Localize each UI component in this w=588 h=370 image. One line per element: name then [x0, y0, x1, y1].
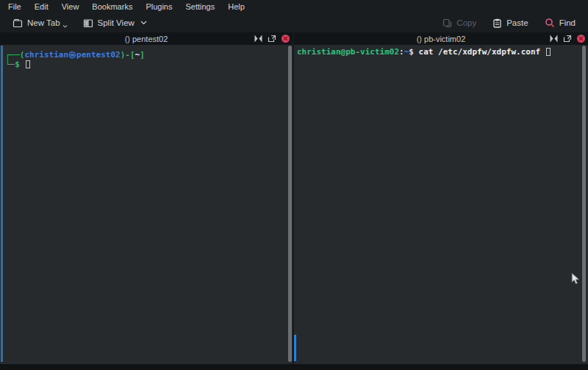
- right-pane-scrollbar[interactable]: [582, 46, 586, 362]
- split-view-icon: [83, 18, 93, 28]
- menu-settings[interactable]: Settings: [179, 0, 221, 13]
- menu-help[interactable]: Help: [221, 0, 251, 13]
- menu-bookmarks[interactable]: Bookmarks: [85, 0, 139, 13]
- copy-button[interactable]: Copy: [437, 16, 481, 30]
- detach-split-icon[interactable]: [563, 35, 572, 43]
- bash-prompt: christian@pb-victim02:~$ cat /etc/xdpfw/…: [297, 47, 551, 57]
- terminal-tab-icon: (): [125, 35, 130, 43]
- pane-pb-victim02-header[interactable]: ()pb-victim02: [294, 32, 588, 45]
- close-split-button[interactable]: [577, 35, 585, 43]
- copy-icon: [442, 18, 452, 28]
- find-label: Find: [559, 18, 576, 27]
- terminal-tab-icon: (): [417, 35, 422, 43]
- new-tab-button[interactable]: New Tab: [7, 16, 75, 30]
- new-tab-label: New Tab: [27, 18, 60, 27]
- toolbar: New Tab Split View: [0, 13, 588, 32]
- detach-split-icon[interactable]: [268, 35, 276, 43]
- pane-pb-victim02-title: ()pb-victim02: [294, 35, 588, 43]
- terminal-cursor: [26, 60, 30, 68]
- terminal-pb-victim02[interactable]: christian@pb-victim02:~$ cat /etc/xdpfw/…: [294, 45, 588, 364]
- left-pane-scrollbar[interactable]: [288, 46, 292, 362]
- paste-label: Paste: [506, 18, 528, 27]
- menu-bar: File Edit View Bookmarks Plugins Setting…: [0, 0, 588, 13]
- menu-view[interactable]: View: [55, 0, 86, 13]
- maximize-split-icon[interactable]: [254, 35, 262, 43]
- copy-label: Copy: [456, 18, 476, 27]
- split-view-label: Split View: [98, 18, 135, 27]
- menu-edit[interactable]: Edit: [28, 0, 55, 13]
- scroll-highlight-bar: [1, 46, 3, 362]
- pane-pentest02: ()pentest02: [0, 32, 293, 364]
- kali-prompt: ┌──(christian㉿pentest02)-[~]└─$: [5, 50, 145, 69]
- pane-pb-victim02: ()pb-victim02: [294, 32, 588, 364]
- scroll-highlight-bar: [294, 335, 296, 361]
- close-split-button[interactable]: [282, 35, 290, 43]
- paste-button[interactable]: Paste: [487, 16, 533, 30]
- window-bottom-edge: [0, 364, 588, 370]
- konsole-window: File Edit View Bookmarks Plugins Setting…: [0, 0, 588, 370]
- pane-pentest02-title: ()pentest02: [0, 35, 293, 43]
- typed-command: cat /etc/xdpfw/xdpfw.conf: [419, 47, 545, 57]
- terminal-cursor: [546, 48, 551, 56]
- new-tab-icon: [12, 18, 23, 28]
- pane-pentest02-header[interactable]: ()pentest02: [0, 32, 293, 45]
- menu-file[interactable]: File: [1, 0, 28, 13]
- maximize-split-icon[interactable]: [550, 35, 558, 43]
- menu-plugins[interactable]: Plugins: [139, 0, 179, 13]
- split-view-button[interactable]: Split View: [78, 16, 152, 30]
- split-view-chevron-down-icon: [140, 21, 147, 25]
- find-magnifier-icon: [545, 18, 555, 28]
- new-tab-caret-icon: [62, 25, 68, 28]
- terminal-pentest02[interactable]: ┌──(christian㉿pentest02)-[~]└─$: [0, 45, 293, 364]
- mouse-cursor-icon: [571, 272, 581, 288]
- paste-icon: [492, 18, 502, 28]
- find-button[interactable]: Find: [539, 15, 581, 30]
- split-container: ()pentest02: [0, 32, 588, 364]
